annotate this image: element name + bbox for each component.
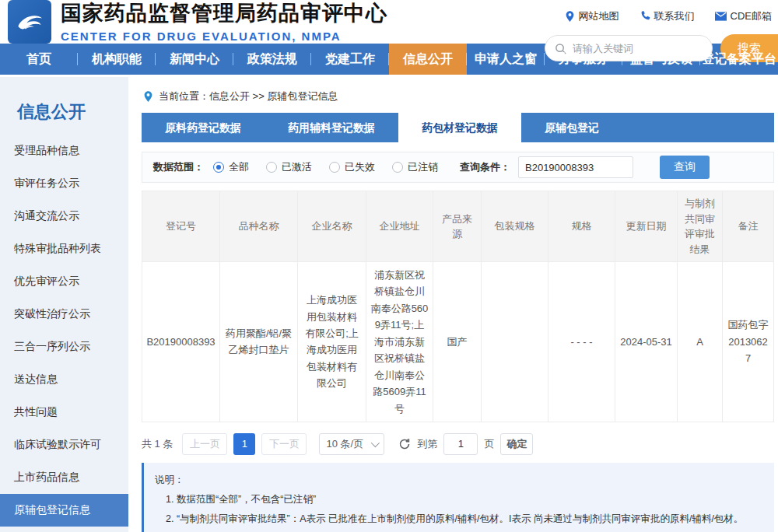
main-nav: 首页 机构职能 新闻中心 政策法规 党建工作 信息公开 申请人之窗 办事服务 监… — [0, 44, 778, 75]
sidebar-item-review-tasks[interactable]: 审评任务公示 — [0, 167, 128, 200]
radio-expired-label: 已失效 — [345, 160, 375, 174]
cde-logo-icon — [8, 0, 51, 44]
sidebar-list: 受理品种信息 审评任务公示 沟通交流公示 特殊审批品种列表 优先审评公示 突破性… — [0, 135, 128, 527]
note-item-1: 1. 数据范围“全部”，不包含“已注销” — [155, 490, 763, 509]
results-table: 登记号 品种名称 企业名称 企业地址 产品来源 包装规格 规格 更新日期 与制剂… — [142, 191, 774, 422]
mailbox-link[interactable]: CDE邮箱 — [715, 9, 772, 23]
title-block: 国家药品监督管理局药品审评中心 CENTER FOR DRUG EVALUATI… — [61, 1, 387, 43]
table-header-row: 登记号 品种名称 企业名称 企业地址 产品来源 包装规格 规格 更新日期 与制剂… — [142, 191, 774, 262]
query-label: 查询条件： — [460, 160, 510, 174]
cell-packaging-spec — [482, 262, 548, 422]
page-size-value: 10 条/页 — [326, 437, 363, 451]
sidebar-item-priority-review[interactable]: 优先审评公示 — [0, 265, 128, 298]
sidebar-item-common-issues[interactable]: 共性问题 — [0, 396, 128, 429]
nav-item-functions[interactable]: 机构职能 — [78, 44, 156, 75]
refresh-button[interactable] — [398, 438, 411, 450]
sidebar-item-three-in-one[interactable]: 三合一序列公示 — [0, 331, 128, 363]
sidebar: 信息公开 受理品种信息 审评任务公示 沟通交流公示 特殊审批品种列表 优先审评公… — [0, 77, 128, 532]
notes-panel: 说明： 1. 数据范围“全部”，不包含“已注销” 2. “与制剂共同审评审批结果… — [142, 463, 774, 532]
cell-company-address: 浦东新区祝桥镇盐仓川南奉公路5609弄11号;上海市浦东新区祝桥镇盐仓川南奉公路… — [366, 262, 433, 422]
main-panel: 当前位置：信息公开 >> 原辅包登记信息 原料药登记数据 药用辅料登记数据 药包… — [128, 77, 778, 532]
sidebar-item-special-approval[interactable]: 特殊审批品种列表 — [0, 233, 128, 265]
nav-item-applicant[interactable]: 申请人之窗 — [467, 44, 545, 75]
radio-cancelled[interactable]: 已注销 — [392, 160, 438, 174]
sidebar-item-breakthrough-therapy[interactable]: 突破性治疗公示 — [0, 298, 128, 331]
breadcrumb-text: 当前位置：信息公开 >> 原辅包登记信息 — [159, 89, 338, 103]
radio-activated[interactable]: 已激活 — [266, 160, 312, 174]
radio-cancelled-icon — [392, 162, 403, 173]
cell-spec: - - - - — [548, 262, 615, 422]
nav-item-news[interactable]: 新闻中心 — [156, 44, 233, 75]
notes-title: 说明： — [155, 471, 763, 490]
table-row: B20190008393 药用聚酯/铝/聚乙烯封口垫片 上海成功医用包装材料有限… — [142, 262, 774, 422]
nav-item-party[interactable]: 党建工作 — [311, 44, 389, 75]
main-nav-list: 首页 机构职能 新闻中心 政策法规 党建工作 信息公开 申请人之窗 办事服务 监… — [0, 44, 778, 75]
filter-bar: 数据范围： 全部 已激活 已失效 已注销 查询条件： — [142, 152, 774, 183]
goto-page-input[interactable] — [443, 433, 478, 455]
query-button[interactable]: 查询 — [660, 156, 710, 179]
cell-reg-no: B20190008393 — [142, 262, 220, 422]
nav-item-info-disclosure[interactable]: 信息公开 — [389, 44, 467, 75]
sidebar-item-excipient-registration[interactable]: 原辅包登记信息 — [0, 494, 128, 527]
col-header-spec: 规格 — [548, 191, 615, 262]
nav-item-supervision[interactable]: 监督与反馈 — [622, 44, 700, 75]
sidebar-item-delivery-info[interactable]: 送达信息 — [0, 363, 128, 396]
mailbox-label: CDE邮箱 — [731, 9, 772, 23]
refresh-icon — [398, 438, 411, 450]
site-header: 国家药品监督管理局药品审评中心 CENTER FOR DRUG EVALUATI… — [0, 0, 778, 44]
cell-variety-name: 药用聚酯/铝/聚乙烯封口垫片 — [220, 262, 298, 422]
scope-label: 数据范围： — [153, 160, 204, 174]
sitemap-label: 网站地图 — [579, 9, 619, 23]
page-size-select[interactable]: 10 条/页 — [319, 433, 384, 455]
quick-links: 网站地图 联系我们 CDE邮箱 — [545, 9, 778, 23]
cell-company-name: 上海成功医用包装材料有限公司;上海成功医用包装材料有限公司 — [298, 262, 366, 422]
nav-item-services[interactable]: 办事服务 — [545, 44, 622, 75]
note-item-2: 2. “与制剂共同审评审批结果”：A表示 已批准在上市制剂使用的原料/辅料/包材… — [155, 509, 763, 529]
prev-page-button[interactable]: 上一页 — [182, 433, 227, 455]
tab-excipient-registration[interactable]: 药用辅料登记数据 — [265, 113, 398, 142]
next-page-button[interactable]: 下一页 — [261, 433, 307, 455]
col-header-product-source: 产品来源 — [433, 191, 482, 262]
tab-api-registration[interactable]: 原料药登记数据 — [142, 113, 265, 142]
radio-expired-icon — [329, 162, 340, 173]
col-header-company-name: 企业名称 — [298, 191, 366, 262]
nav-item-registration-platform[interactable]: 登记备案平台 — [700, 44, 778, 75]
radio-activated-icon — [266, 162, 277, 173]
col-header-remarks: 备注 — [723, 191, 774, 262]
sidebar-item-accepted-varieties[interactable]: 受理品种信息 — [0, 135, 128, 167]
contact-label: 联系我们 — [654, 9, 695, 23]
col-header-company-address: 企业地址 — [366, 191, 433, 262]
breadcrumb-pin-icon — [143, 91, 153, 103]
col-header-reg-no: 登记号 — [142, 191, 220, 262]
mail-icon — [715, 12, 727, 21]
radio-all-label: 全部 — [229, 160, 249, 174]
phone-icon — [640, 11, 650, 22]
col-header-variety-name: 品种名称 — [220, 191, 298, 262]
cell-remarks: 国药包字20130627 — [723, 262, 774, 422]
contact-link[interactable]: 联系我们 — [640, 9, 695, 23]
page: 国家药品监督管理局药品审评中心 CENTER FOR DRUG EVALUATI… — [0, 0, 778, 532]
nav-item-policy[interactable]: 政策法规 — [233, 44, 311, 75]
cell-product-source: 国产 — [433, 262, 482, 422]
sidebar-item-clinical-trial-license[interactable]: 临床试验默示许可 — [0, 429, 128, 461]
sitemap-link[interactable]: 网站地图 — [565, 9, 619, 23]
sidebar-item-communication[interactable]: 沟通交流公示 — [0, 200, 128, 233]
confirm-button[interactable]: 确定 — [500, 433, 533, 455]
query-input[interactable] — [518, 156, 633, 178]
page-number-1[interactable]: 1 — [233, 433, 255, 455]
nav-item-home[interactable]: 首页 — [0, 44, 78, 75]
cell-update-date: 2024-05-31 — [615, 262, 678, 422]
radio-all[interactable]: 全部 — [213, 160, 249, 174]
location-pin-icon — [565, 11, 575, 23]
col-header-update-date: 更新日期 — [615, 191, 678, 262]
sidebar-title: 信息公开 — [0, 77, 128, 135]
sidebar-item-marketed-drugs[interactable]: 上市药品信息 — [0, 461, 128, 494]
col-header-packaging-spec: 包装规格 — [482, 191, 548, 262]
tab-packaging-registration[interactable]: 药包材登记数据 — [398, 113, 521, 142]
radio-expired[interactable]: 已失效 — [329, 160, 375, 174]
radio-cancelled-label: 已注销 — [408, 160, 438, 174]
goto-label: 到第 — [417, 437, 437, 451]
cell-joint-review-result: A — [678, 262, 723, 422]
tab-raw-aux-pack[interactable]: 原辅包登记 — [521, 113, 622, 142]
total-count: 共 1 条 — [142, 437, 173, 451]
